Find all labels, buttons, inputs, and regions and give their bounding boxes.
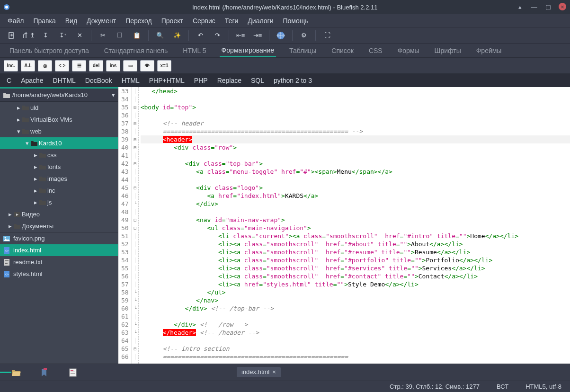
path-selector[interactable]: /home/andrey/web/Kards10 ▾ — [0, 89, 118, 102]
settings-button[interactable]: ⚙ — [295, 28, 312, 43]
tooltab-4[interactable]: Таблицы — [287, 45, 318, 57]
code-editor[interactable]: 3334353637383940414243444546474849505152… — [118, 87, 570, 364]
undo-button[interactable]: ↶ — [192, 28, 209, 43]
menu-сервис[interactable]: Сервис — [188, 15, 220, 27]
fmt-button-7[interactable]: ▭ — [123, 60, 137, 71]
tooltab-1[interactable]: Стандартная панель — [102, 45, 170, 57]
tooltab-6[interactable]: CSS — [367, 45, 384, 57]
lang-replace[interactable]: Replace — [217, 77, 241, 84]
tooltab-3[interactable]: Форматирование — [220, 44, 276, 57]
file-item-indexhtml[interactable]: <>index.html — [0, 244, 118, 256]
file-item-styleshtml[interactable]: <>styles.html — [0, 268, 118, 280]
lang-html[interactable]: HTML — [122, 77, 140, 84]
tooltab-0[interactable]: Панель быстрого доступа — [8, 45, 91, 57]
expand-icon[interactable]: ▾ — [24, 140, 30, 147]
snippet-button[interactable] — [64, 365, 81, 380]
close-button[interactable]: × — [559, 3, 566, 10]
tree-item-inc[interactable]: ▸inc — [0, 185, 118, 196]
expand-icon[interactable]: ▸ — [7, 223, 13, 230]
lang-phphtml[interactable]: PHP+HTML — [149, 77, 185, 84]
expand-icon[interactable]: ▾ — [15, 128, 22, 135]
tooltab-9[interactable]: Фреймы — [474, 45, 504, 57]
save-as-button[interactable]: ↧⁺ — [54, 28, 71, 43]
hide-button[interactable]: ▴ — [516, 3, 524, 10]
fmt-button-9[interactable]: x=1 — [157, 60, 171, 71]
fold-column[interactable]: ││⊟│⊟│⊟⊟│⊟││⊟│└│⊟⊟│││││││└└└│└└│⊟│ — [132, 87, 139, 364]
tooltab-8[interactable]: Шрифты — [433, 45, 463, 57]
expand-icon[interactable]: ▸ — [7, 211, 13, 218]
menu-диалоги[interactable]: Диалоги — [243, 15, 278, 27]
open-file-button[interactable]: ↥ — [20, 28, 37, 43]
lang-apache[interactable]: Apache — [21, 77, 43, 84]
menu-вид[interactable]: Вид — [61, 15, 82, 27]
save-button[interactable]: ↧ — [37, 28, 54, 43]
bookmark-button[interactable] — [36, 365, 53, 380]
paste-button[interactable]: 📋 — [128, 28, 145, 43]
tool-tabbar: Панель быстрого доступаСтандартная панел… — [0, 44, 570, 58]
editor-tab-index[interactable]: index.html × — [237, 367, 281, 377]
menu-файл[interactable]: Файл — [3, 15, 28, 27]
tooltab-5[interactable]: Список — [330, 45, 356, 57]
tree-item-css[interactable]: ▸css — [0, 149, 118, 161]
tree-item-kards10[interactable]: ▾Kards10 — [0, 137, 118, 149]
fmt-button-5[interactable]: del — [89, 60, 103, 71]
file-item-faviconpng[interactable]: favicon.png — [0, 232, 118, 244]
tree-item-js[interactable]: ▸js — [0, 196, 118, 208]
menu-проект[interactable]: Проект — [157, 15, 188, 27]
tree-item-fonts[interactable]: ▸fonts — [0, 161, 118, 173]
search-button[interactable]: 🔍 — [151, 28, 169, 43]
tree-item-[interactable]: ▸Документы — [0, 220, 118, 232]
fullscreen-button[interactable]: ⛶ — [319, 28, 336, 43]
minimize-button[interactable]: — — [530, 3, 538, 10]
maximize-button[interactable]: ▢ — [544, 3, 552, 10]
search-replace-button[interactable]: ✨ — [169, 28, 186, 43]
copy-button[interactable]: ❐ — [111, 28, 128, 43]
expand-icon[interactable]: ▸ — [32, 175, 39, 182]
unindent-button[interactable]: ⇤≡ — [232, 28, 249, 43]
fmt-button-6[interactable]: ins — [106, 60, 120, 71]
lang-python2to3[interactable]: python 2 to 3 — [274, 77, 312, 84]
expand-icon[interactable]: ▸ — [32, 199, 39, 206]
lang-c[interactable]: C — [7, 77, 11, 84]
new-file-button[interactable] — [3, 28, 20, 43]
expand-icon[interactable]: ▸ — [32, 187, 39, 194]
file-list[interactable]: favicon.png<>index.htmlreadme.txt<>style… — [0, 232, 118, 364]
folder-tree[interactable]: ▸uld▸VirtualBox VMs▾web▾Kards10▸css▸font… — [0, 102, 118, 232]
fmt-button-1[interactable]: A.I. — [21, 60, 35, 71]
tree-item-web[interactable]: ▾web — [0, 125, 118, 137]
close-tab-icon[interactable]: × — [272, 368, 276, 375]
redo-button[interactable]: ↷ — [209, 28, 226, 43]
browser-button[interactable] — [272, 28, 289, 43]
code-area[interactable]: </head> <body id="top"> <!-- header ====… — [139, 87, 570, 364]
lang-dhtml[interactable]: DHTML — [53, 77, 76, 84]
fmt-button-0[interactable]: Inc. — [4, 60, 18, 71]
tooltab-2[interactable]: HTML 5 — [181, 45, 208, 57]
fmt-button-2[interactable]: ◎ — [38, 60, 52, 71]
expand-icon[interactable]: ▸ — [15, 116, 22, 123]
menu-документ[interactable]: Документ — [82, 15, 121, 27]
lang-docbook[interactable]: DocBook — [85, 77, 112, 84]
tree-item-label: inc — [47, 187, 55, 194]
menu-теги[interactable]: Теги — [220, 15, 243, 27]
menu-помощь[interactable]: Помощь — [278, 15, 313, 27]
tree-item-uld[interactable]: ▸uld — [0, 102, 118, 114]
fmt-button-3[interactable]: < > — [55, 60, 69, 71]
file-item-readmetxt[interactable]: readme.txt — [0, 256, 118, 268]
path-dropdown-icon[interactable]: ▾ — [112, 91, 115, 98]
expand-icon[interactable]: ▸ — [32, 163, 39, 170]
menu-правка[interactable]: Правка — [28, 15, 60, 27]
close-file-button[interactable]: ✕ — [71, 28, 88, 43]
tree-item-[interactable]: ▸Видео — [0, 208, 118, 220]
lang-php[interactable]: PHP — [194, 77, 208, 84]
expand-icon[interactable]: ▸ — [32, 151, 39, 159]
expand-icon[interactable]: ▸ — [15, 104, 22, 111]
lang-sql[interactable]: SQL — [251, 77, 264, 84]
indent-button[interactable]: ⇥≡ — [249, 28, 266, 43]
fmt-button-4[interactable]: ☰ — [72, 60, 86, 71]
tree-item-virtualboxvms[interactable]: ▸VirtualBox VMs — [0, 114, 118, 125]
tooltab-7[interactable]: Формы — [396, 45, 421, 57]
fmt-button-8[interactable]: 👁 — [140, 60, 154, 71]
menu-переход[interactable]: Переход — [121, 15, 157, 27]
tree-item-images[interactable]: ▸images — [0, 173, 118, 185]
cut-button[interactable]: ✂ — [94, 28, 111, 43]
